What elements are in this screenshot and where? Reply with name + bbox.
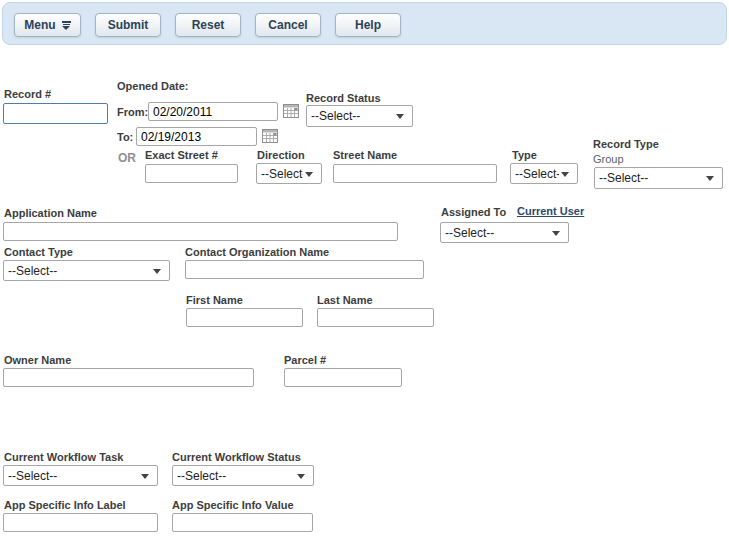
asi-value-label: App Specific Info Value <box>172 499 294 511</box>
reset-button-label: Reset <box>192 18 225 32</box>
workflow-status-label: Current Workflow Status <box>172 451 301 463</box>
application-name-label: Application Name <box>4 207 97 219</box>
asi-value-input[interactable] <box>172 513 313 532</box>
street-type-select-wrap: --Select- <box>510 163 578 184</box>
opened-date-label: Opened Date: <box>117 80 189 92</box>
menu-button[interactable]: Menu <box>14 13 81 37</box>
record-number-label: Record # <box>4 88 51 100</box>
reset-button[interactable]: Reset <box>175 13 241 37</box>
record-type-group-select[interactable]: --Select-- <box>594 167 723 189</box>
contact-type-label: Contact Type <box>4 246 73 258</box>
application-name-input[interactable] <box>3 222 398 241</box>
menu-dropdown-icon <box>62 21 71 30</box>
contact-org-input[interactable] <box>185 260 424 279</box>
parcel-input[interactable] <box>284 368 402 387</box>
to-date-calendar-icon[interactable] <box>262 128 278 143</box>
submit-button-label: Submit <box>108 18 149 32</box>
contact-org-label: Contact Organization Name <box>185 246 329 258</box>
opened-date-from-input[interactable] <box>148 102 278 121</box>
record-type-label: Record Type <box>593 138 659 150</box>
help-button-label: Help <box>355 18 381 32</box>
direction-label: Direction <box>257 149 305 161</box>
cancel-button[interactable]: Cancel <box>255 13 321 37</box>
asi-label-input[interactable] <box>3 513 158 532</box>
workflow-status-select-wrap: --Select-- <box>172 465 314 486</box>
record-type-group-label: Group <box>593 153 624 165</box>
street-name-input[interactable] <box>333 164 497 183</box>
workflow-status-select[interactable]: --Select-- <box>172 465 314 486</box>
assigned-to-select-wrap: --Select-- <box>440 222 569 243</box>
toolbar: Menu Submit Reset Cancel Help <box>2 2 727 45</box>
contact-type-select-wrap: --Select-- <box>3 260 170 281</box>
search-form-page: Menu Submit Reset Cancel Help Record # O… <box>0 0 729 540</box>
opened-date-to-label: To: <box>117 131 133 143</box>
workflow-task-select[interactable]: --Select-- <box>3 465 158 486</box>
street-type-label: Type <box>512 149 537 161</box>
last-name-input[interactable] <box>317 308 434 327</box>
workflow-task-select-wrap: --Select-- <box>3 465 158 486</box>
assigned-to-label: Assigned To <box>441 206 506 218</box>
record-status-label: Record Status <box>306 92 381 104</box>
record-type-group-select-wrap: --Select-- <box>594 167 723 189</box>
record-number-input[interactable] <box>3 103 108 124</box>
direction-select-wrap: --Select- <box>256 163 322 184</box>
help-button[interactable]: Help <box>335 13 401 37</box>
workflow-task-label: Current Workflow Task <box>4 451 123 463</box>
opened-date-from-label: From: <box>117 106 148 118</box>
assigned-to-select[interactable]: --Select-- <box>440 222 569 243</box>
first-name-input[interactable] <box>186 308 303 327</box>
parcel-label: Parcel # <box>284 354 326 366</box>
last-name-label: Last Name <box>317 294 373 306</box>
submit-button[interactable]: Submit <box>95 13 161 37</box>
street-name-label: Street Name <box>333 149 397 161</box>
record-status-select[interactable]: --Select-- <box>306 105 413 127</box>
cancel-button-label: Cancel <box>268 18 307 32</box>
opened-date-to-input[interactable] <box>136 127 257 146</box>
exact-street-label: Exact Street # <box>145 149 218 161</box>
or-text: OR <box>118 151 136 165</box>
exact-street-input[interactable] <box>145 164 238 183</box>
direction-select[interactable]: --Select- <box>256 163 322 184</box>
first-name-label: First Name <box>186 294 243 306</box>
asi-label-label: App Specific Info Label <box>4 499 126 511</box>
from-date-calendar-icon[interactable] <box>283 103 299 118</box>
owner-name-label: Owner Name <box>4 354 71 366</box>
menu-button-label: Menu <box>24 18 55 32</box>
current-user-link[interactable]: Current User <box>517 205 584 217</box>
record-status-select-wrap: --Select-- <box>306 105 413 127</box>
owner-name-input[interactable] <box>3 368 254 387</box>
street-type-select[interactable]: --Select- <box>510 163 578 184</box>
contact-type-select[interactable]: --Select-- <box>3 260 170 281</box>
